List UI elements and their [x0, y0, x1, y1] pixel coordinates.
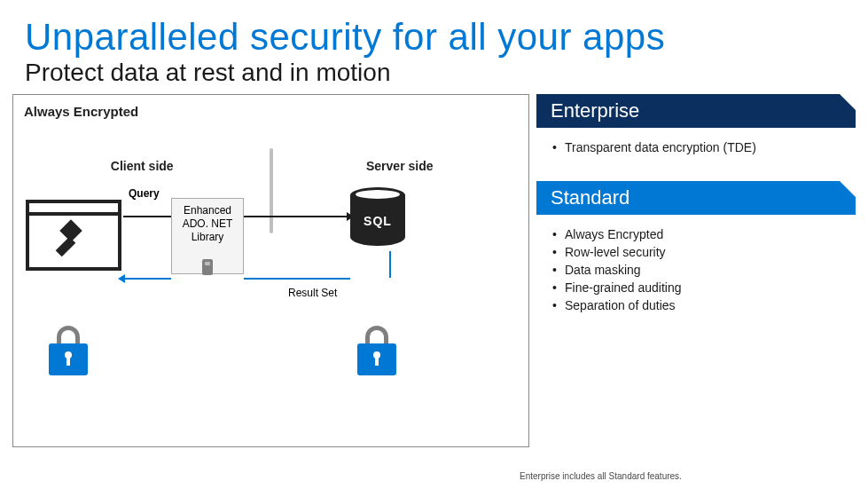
arrow-query-1 [123, 216, 171, 217]
side-divider [270, 148, 273, 233]
arrowhead-to-client [118, 274, 125, 283]
lock-icon [49, 326, 88, 375]
server-side-label: Server side [271, 159, 529, 173]
lock-icon [357, 326, 396, 375]
diagram-panel: Always Encrypted Client side Server side… [12, 94, 529, 447]
ado-net-library-box: Enhanced ADO. NET Library [171, 198, 244, 274]
list-item: Row-level security [552, 243, 856, 261]
list-item: Always Encrypted [552, 225, 856, 243]
library-label: Enhanced ADO. NET Library [183, 204, 233, 243]
slide-title: Unparalleled security for all your apps [0, 0, 868, 59]
footnote: Enterprise includes all Standard feature… [520, 471, 682, 481]
slide-subtitle: Protect data at rest and in motion [0, 59, 868, 94]
list-item: Fine-grained auditing [552, 279, 856, 296]
padlock-small-icon [202, 259, 213, 275]
arrow-db-down [389, 251, 391, 278]
arrow-result-1 [244, 278, 350, 280]
diagram-heading: Always Encrypted [24, 104, 518, 119]
db-label: SQL [350, 214, 405, 228]
client-side-label: Client side [13, 159, 271, 173]
encryption-flow-diagram: Query Enhanced ADO. NET Library SQL Resu… [13, 184, 528, 432]
arrow-result-2 [123, 278, 171, 280]
arrow-query-2 [244, 216, 350, 217]
enterprise-feature-list: Transparent data encryption (TDE) [536, 128, 856, 156]
enterprise-banner: Enterprise [536, 94, 856, 128]
sql-database-icon: SQL [350, 187, 405, 253]
query-label: Query [129, 187, 160, 200]
tier-column: Enterprise Transparent data encryption (… [536, 94, 856, 447]
list-item: Transparent data encryption (TDE) [552, 138, 856, 156]
standard-banner: Standard [536, 181, 856, 215]
standard-feature-list: Always Encrypted Row-level security Data… [536, 215, 856, 314]
list-item: Data masking [552, 261, 856, 279]
result-set-label: Result Set [288, 287, 337, 299]
list-item: Separation of duties [552, 296, 856, 314]
client-app-icon [26, 200, 121, 271]
